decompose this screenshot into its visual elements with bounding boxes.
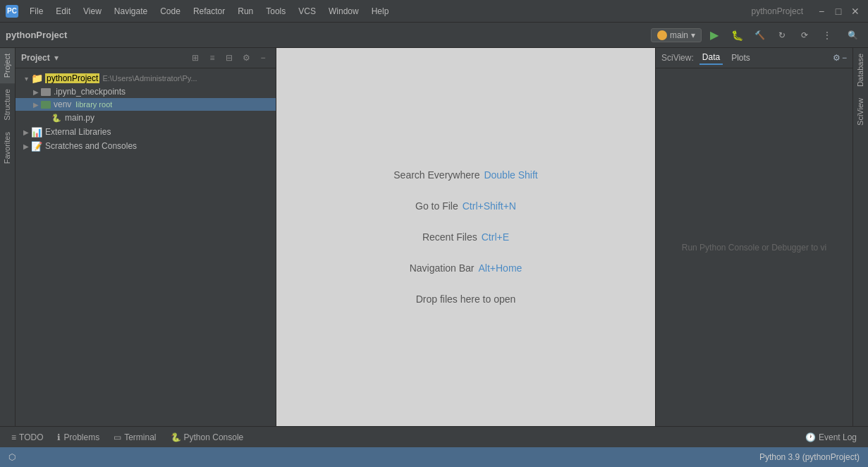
sciview-settings-button[interactable]: ⚙ [833, 53, 841, 63]
git-icon: ⬡ [8, 452, 16, 462]
tree-item-venv[interactable]: ▶ venv library root [16, 98, 276, 111]
hint-navbar: Navigation Bar Alt+Home [410, 262, 522, 274]
run-config-dropdown-icon: ▾ [691, 30, 695, 40]
menu-run[interactable]: Run [232, 4, 259, 19]
ext-libs-icon: 📊 [31, 126, 42, 138]
sciview-hide-button[interactable]: − [842, 53, 847, 63]
root-name: pythonProject [45, 73, 99, 83]
app-icon: PC [6, 5, 18, 18]
run-button[interactable]: ▶ [704, 25, 724, 45]
main-py-name: main.py [65, 113, 94, 123]
run-config-selector[interactable]: main ▾ [651, 28, 702, 42]
tree-item-scratches[interactable]: ▶ 📝 Scratches and Consoles [16, 139, 276, 153]
menu-view[interactable]: View [78, 4, 107, 19]
collapse-all-button[interactable]: ⊞ [188, 51, 202, 65]
menu-code[interactable]: Code [154, 4, 186, 19]
window-title: pythonProject [752, 6, 803, 16]
settings-button[interactable]: ⚙ [239, 51, 253, 65]
tree-item-extlibs[interactable]: ▶ 📊 External Libraries [16, 125, 276, 139]
problems-icon: ℹ [57, 432, 61, 442]
event-log-icon: 🕐 [805, 432, 816, 442]
tab-todo[interactable]: ≡ TODO [6, 430, 49, 445]
hint-navbar-text: Navigation Bar [410, 262, 475, 274]
debug-button[interactable]: 🐛 [727, 25, 747, 45]
project-tree: ▾ 📁 pythonProject E:\Users\Administrator… [16, 68, 276, 426]
menu-help[interactable]: Help [366, 4, 395, 19]
project-actions: ⊞ ≡ ⊟ ⚙ − [188, 51, 270, 65]
ipynb-folder-icon [41, 88, 51, 96]
minimize-button[interactable]: − [814, 4, 829, 18]
left-side-tabs: Project Structure Favorites [0, 48, 16, 426]
expand-arrow-scratches[interactable]: ▶ [21, 142, 31, 150]
hint-recent-key: Ctrl+E [482, 231, 509, 243]
sciview-tab-data[interactable]: Data [699, 51, 723, 65]
venv-name: venv [54, 99, 71, 109]
menu-window[interactable]: Window [323, 4, 365, 19]
sciview-panel: SciView: Data Plots ⚙ − Run Python Conso… [655, 48, 852, 426]
toolbar: pythonProject main ▾ ▶ 🐛 🔨 ↻ ⟳ ⋮ 🔍 [0, 23, 868, 48]
reload-alt-button[interactable]: ⟳ [795, 25, 814, 45]
menu-vcs[interactable]: VCS [293, 4, 322, 19]
bottom-tabs: ≡ TODO ℹ Problems ▭ Terminal 🐍 Python Co… [0, 426, 868, 447]
menu-navigate[interactable]: Navigate [109, 4, 153, 19]
project-dropdown-icon[interactable]: ▾ [54, 53, 59, 63]
menu-refactor[interactable]: Refactor [188, 4, 231, 19]
expand-arrow-extlibs[interactable]: ▶ [21, 128, 31, 136]
venv-path: library root [75, 100, 112, 109]
sciview-actions: ⚙ − [833, 53, 847, 63]
tree-item-root[interactable]: ▾ 📁 pythonProject E:\Users\Administrator… [16, 71, 276, 85]
scratches-name: Scratches and Consoles [45, 141, 137, 151]
hint-goto: Go to File Ctrl+Shift+N [415, 200, 516, 212]
menu-edit[interactable]: Edit [50, 4, 76, 19]
scroll-to-button[interactable]: ≡ [205, 51, 219, 65]
sidebar-item-structure[interactable]: Structure [0, 83, 15, 126]
expand-arrow-ipynb[interactable]: ▶ [31, 88, 41, 96]
event-log-button[interactable]: 🕐 Event Log [800, 430, 862, 445]
project-panel-header: Project ▾ ⊞ ≡ ⊟ ⚙ − [16, 48, 276, 68]
expand-arrow-venv[interactable]: ▶ [31, 101, 41, 109]
terminal-icon: ▭ [114, 432, 121, 442]
sciview-tab-plots[interactable]: Plots [728, 51, 753, 64]
collapse-button[interactable]: ⊟ [222, 51, 236, 65]
expand-arrow-root[interactable]: ▾ [21, 75, 31, 83]
menu-tools[interactable]: Tools [260, 4, 291, 19]
event-log-label: Event Log [819, 432, 857, 442]
more-button[interactable]: ⋮ [817, 25, 837, 45]
sciview-placeholder: Run Python Console or Debugger to vi [673, 234, 835, 261]
build-button[interactable]: 🔨 [750, 25, 769, 45]
global-search-button[interactable]: 🔍 [843, 25, 862, 45]
editor-area[interactable]: Search Everywhere Double Shift Go to Fil… [276, 48, 655, 426]
root-path: E:\Users\Administrator\Py... [102, 74, 197, 83]
maximize-button[interactable]: □ [831, 4, 845, 18]
tab-terminal[interactable]: ▭ Terminal [108, 430, 161, 445]
python-version-label[interactable]: Python 3.9 (pythonProject) [759, 452, 860, 462]
tab-problems[interactable]: ℹ Problems [51, 430, 105, 445]
project-root-icon: 📁 [31, 73, 42, 84]
hint-recent: Recent Files Ctrl+E [422, 231, 509, 243]
project-label[interactable]: Project [21, 53, 50, 63]
sidebar-item-project[interactable]: Project [0, 48, 15, 83]
tree-item-ipynb[interactable]: ▶ .ipynb_checkpoints [16, 85, 276, 98]
hint-drop-text: Drop files here to open [416, 293, 516, 305]
hint-goto-key: Ctrl+Shift+N [463, 200, 516, 212]
window-controls: − □ ✕ [814, 4, 862, 18]
todo-label: TODO [19, 432, 43, 442]
sidebar-item-sciview[interactable]: SciView [853, 92, 868, 131]
status-bar: ⬡ Python 3.9 (pythonProject) [0, 447, 868, 467]
tree-item-main[interactable]: 🐍 main.py [16, 111, 276, 125]
scratches-icon: 📝 [31, 140, 42, 152]
tab-python-console[interactable]: 🐍 Python Console [165, 430, 250, 445]
hide-panel-button[interactable]: − [256, 51, 270, 65]
ext-libs-name: External Libraries [45, 127, 111, 137]
sidebar-item-favorites[interactable]: Favorites [0, 126, 15, 169]
menu-bar: FileEditViewNavigateCodeRefactorRunTools… [24, 4, 740, 19]
close-button[interactable]: ✕ [848, 4, 862, 18]
menu-file[interactable]: File [24, 4, 49, 19]
hint-goto-text: Go to File [415, 200, 458, 212]
reload-button[interactable]: ↻ [772, 25, 792, 45]
hint-navbar-key: Alt+Home [478, 262, 522, 274]
project-name: pythonProject [6, 30, 67, 40]
sidebar-item-database[interactable]: Database [853, 48, 868, 92]
venv-folder-icon [41, 101, 51, 109]
terminal-label: Terminal [124, 432, 156, 442]
